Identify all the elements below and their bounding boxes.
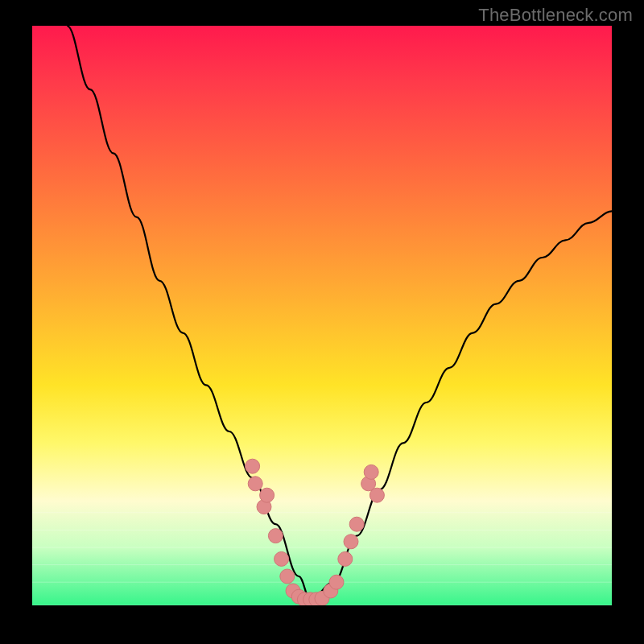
scatter-dot <box>275 551 289 566</box>
plot-area <box>32 26 612 605</box>
outer-frame: TheBottleneck.com <box>0 0 644 644</box>
scatter-markers <box>246 459 385 605</box>
scatter-dot <box>280 569 295 584</box>
watermark-text: TheBottleneck.com <box>478 5 633 26</box>
scatter-dot <box>329 575 344 589</box>
chart-svg <box>32 26 612 605</box>
scatter-dot <box>349 517 364 531</box>
scatter-dot <box>338 551 353 566</box>
scatter-dot <box>344 535 358 549</box>
scatter-dot <box>268 529 283 543</box>
scatter-dot <box>248 477 262 491</box>
scatter-dot <box>364 464 378 479</box>
scatter-dot <box>260 488 275 502</box>
curve-left-arm <box>67 26 310 600</box>
scatter-dot <box>246 459 260 473</box>
scatter-dot <box>369 488 384 502</box>
